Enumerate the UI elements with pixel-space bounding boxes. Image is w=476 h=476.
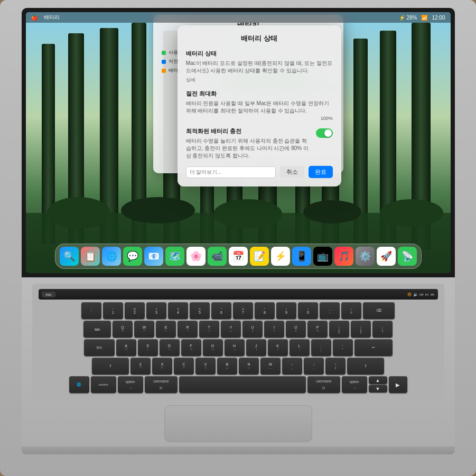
key-7[interactable]: &7	[233, 302, 253, 319]
key-minus[interactable]: _-	[320, 302, 340, 319]
key-s[interactable]: Sㄴ	[138, 339, 158, 356]
key-command-right[interactable]: command⌘	[307, 376, 340, 393]
learn-more-input[interactable]	[186, 166, 276, 178]
key-b[interactable]: Bㅠ	[217, 358, 237, 375]
key-h[interactable]: Hㅗ	[225, 339, 245, 356]
key-i[interactable]: Iㅑ	[264, 321, 284, 338]
key-3[interactable]: #3	[146, 302, 166, 319]
esc-key[interactable]: esc	[42, 292, 56, 297]
dock-music[interactable]: 🎵	[334, 247, 353, 266]
key-backspace[interactable]: ⌫	[363, 302, 395, 319]
dock-rocket[interactable]: 🚀	[377, 247, 396, 266]
key-f[interactable]: Fㄹ	[181, 339, 201, 356]
key-equal[interactable]: +=	[341, 302, 361, 319]
svg-point-16	[121, 197, 195, 223]
key-g[interactable]: Gㅎ	[203, 339, 223, 356]
dock-apptv[interactable]: 📺	[313, 247, 332, 266]
trackpad[interactable]	[164, 405, 312, 442]
key-option-left[interactable]: option⌥	[118, 376, 143, 393]
dock-mail[interactable]: 📧	[144, 247, 163, 266]
dialog-bottom-row: 취소 완료	[186, 166, 333, 178]
key-k[interactable]: Kㅏ	[268, 339, 288, 356]
key-control[interactable]: control	[91, 376, 116, 393]
key-semicolon[interactable]: :;	[311, 339, 331, 356]
key-rbracket[interactable]: }]	[351, 321, 371, 338]
done-button[interactable]: 완료	[309, 166, 333, 178]
key-backtick[interactable]: ~`	[81, 302, 101, 319]
dock-reminders[interactable]: ⚡	[271, 247, 290, 266]
key-0[interactable]: )0	[298, 302, 318, 319]
key-slash[interactable]: ?/	[325, 358, 346, 375]
key-a[interactable]: Aㅁ	[116, 339, 136, 356]
dock-finder[interactable]: 🔍	[60, 247, 79, 266]
touch-bar-controls[interactable]: 🔆 🔉 ⏮ ⏯ ⏭	[407, 292, 435, 297]
key-command-left[interactable]: command⌘	[145, 376, 178, 393]
dock-safari[interactable]: 🌐	[102, 247, 121, 266]
dialog-section1-title: 배터리 상태	[186, 50, 333, 58]
dock-maps[interactable]: 🗺️	[165, 247, 184, 266]
key-shift-left[interactable]: ⇧	[92, 358, 129, 375]
key-q[interactable]: Qㅂ	[113, 321, 133, 338]
dock-systemprefs[interactable]: ⚙️	[356, 247, 375, 266]
dock-launchpad[interactable]: 📋	[81, 247, 100, 266]
key-option-right[interactable]: option⌥	[342, 376, 367, 393]
dock-messages[interactable]: 💬	[123, 247, 142, 266]
key-d[interactable]: Dㅇ	[160, 339, 180, 356]
key-u[interactable]: Uㅕ	[242, 321, 263, 338]
key-m[interactable]: Mㅡ	[260, 358, 281, 375]
key-comma[interactable]: <,	[282, 358, 302, 375]
key-arrow-down[interactable]: ▼	[369, 385, 387, 393]
key-lbracket[interactable]: {[	[329, 321, 349, 338]
key-1[interactable]: !1	[103, 302, 123, 319]
key-x[interactable]: Xㅌ	[152, 358, 172, 375]
dock-notes[interactable]: 📝	[250, 247, 269, 266]
key-9[interactable]: (9	[276, 302, 296, 319]
key-n[interactable]: Nㅜ	[239, 358, 259, 375]
key-4[interactable]: $4	[168, 302, 188, 319]
cancel-button[interactable]: 취소	[280, 166, 304, 178]
key-j[interactable]: Jㅓ	[246, 339, 266, 356]
dock-airdrop[interactable]: 📡	[398, 247, 417, 266]
key-c[interactable]: Cㅊ	[174, 358, 194, 375]
key-z[interactable]: Zㅋ	[130, 358, 151, 375]
key-globe[interactable]: 🌐	[69, 376, 89, 393]
battery-status: ⚡ 28%	[399, 15, 417, 21]
touch-bar[interactable]: esc 🔆 🔉 ⏮ ⏯ ⏭	[39, 289, 438, 300]
key-y[interactable]: Yㅛ	[221, 321, 241, 338]
optimized-charging-toggle[interactable]	[316, 128, 333, 138]
key-o[interactable]: Oㅐ	[286, 321, 306, 338]
key-v[interactable]: Vㅍ	[195, 358, 216, 375]
key-t[interactable]: Tㅅ	[199, 321, 219, 338]
key-quote[interactable]: "'	[333, 339, 353, 356]
dialog-toggle-row: 최적화된 배터리 충전 배터리 수명을 늘리기 위해 사용자의 충전 습관을 학…	[186, 127, 333, 160]
dock-facetime[interactable]: 📹	[208, 247, 227, 266]
arrow-keys-updown: ▲ ▼	[369, 376, 387, 393]
key-arrow-right[interactable]: ▶	[389, 376, 407, 393]
apple-menu[interactable]: 🍎	[31, 15, 38, 21]
zxcv-row: ⇧ Zㅋ Xㅌ Cㅊ Vㅍ Bㅠ Nㅜ Mㅡ <, >. ?/ ⇧	[39, 358, 438, 375]
key-5[interactable]: %5	[190, 302, 210, 319]
key-8[interactable]: *8	[255, 302, 275, 319]
key-l[interactable]: Lㅣ	[290, 339, 310, 356]
wifi-icon: 📶	[421, 15, 427, 21]
key-p[interactable]: Pㅔ	[307, 321, 328, 338]
key-e[interactable]: Eㄷ	[156, 321, 176, 338]
menu-bar: 🍎 배터리 ⚡ 28% 📶 12:00	[26, 12, 451, 23]
key-backslash[interactable]: |\	[372, 321, 393, 338]
key-6[interactable]: ^6	[211, 302, 231, 319]
key-enter[interactable]: ↩	[354, 339, 393, 356]
dock-photos[interactable]: 🌸	[186, 247, 206, 266]
key-space[interactable]	[179, 376, 306, 393]
key-r[interactable]: Rㄱ	[178, 321, 198, 338]
dock-calendar[interactable]: 📅	[229, 247, 248, 266]
key-caps[interactable]: 한/A	[84, 339, 115, 356]
key-2[interactable]: @2	[125, 302, 145, 319]
key-tab[interactable]: tab	[83, 321, 111, 338]
key-arrow-up[interactable]: ▲	[369, 376, 387, 384]
key-shift-right[interactable]: ⇧	[347, 358, 384, 375]
dock-appstore[interactable]: 📱	[292, 247, 311, 266]
menu-bar-right: ⚡ 28% 📶 12:00	[399, 15, 445, 21]
dialog-section-status: 배터리 상태 Mac이 배터리 모드로 설정된 때(충전되지 않을 때, 또는 …	[186, 50, 333, 83]
key-period[interactable]: >.	[304, 358, 324, 375]
key-w[interactable]: Wㅈ	[134, 321, 154, 338]
